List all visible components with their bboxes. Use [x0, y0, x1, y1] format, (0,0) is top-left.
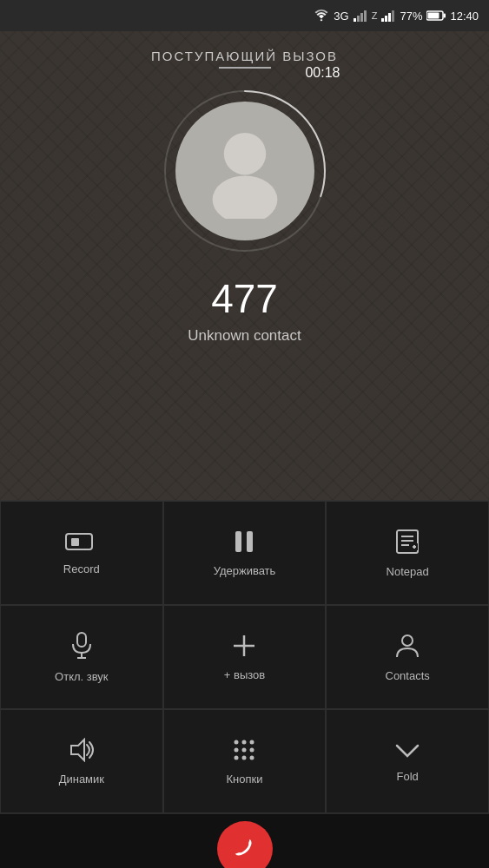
add-call-label: + вызов	[224, 668, 265, 681]
contacts-button[interactable]: Contacts	[326, 605, 489, 709]
speaker-icon	[68, 738, 96, 766]
end-call-button[interactable]	[217, 821, 273, 869]
svg-rect-10	[428, 13, 439, 19]
plus-icon	[232, 634, 256, 661]
contacts-label: Contacts	[386, 669, 430, 682]
svg-point-34	[242, 740, 247, 744]
svg-point-37	[242, 747, 247, 752]
mic-svg	[71, 632, 92, 660]
svg-rect-16	[71, 538, 79, 546]
pause-icon	[234, 529, 254, 557]
svg-point-31	[402, 635, 413, 646]
svg-rect-3	[364, 10, 367, 22]
svg-rect-1	[357, 16, 360, 22]
record-button[interactable]: Record	[0, 501, 163, 605]
signal-indicator: Z	[372, 10, 378, 21]
signal-bar-icon	[354, 10, 367, 22]
speaker-label: Динамик	[59, 773, 104, 786]
svg-point-14	[212, 176, 277, 220]
mute-label: Откл. звук	[55, 670, 108, 683]
notepad-button[interactable]: Notepad	[326, 501, 489, 605]
mute-button[interactable]: Откл. звук	[0, 605, 163, 709]
plus-svg	[232, 634, 256, 658]
caller-name: Unknown contact	[188, 327, 301, 345]
svg-point-36	[235, 747, 239, 752]
record-svg	[65, 531, 98, 552]
notepad-svg	[395, 529, 420, 555]
svg-rect-17	[235, 531, 241, 552]
svg-point-33	[235, 740, 239, 744]
keypad-icon	[232, 738, 256, 766]
button-grid: Record Удерживать Notepad	[0, 500, 489, 813]
timer-container: 00:18	[158, 84, 332, 258]
status-bar: 3G Z 77% 12:40	[0, 0, 489, 31]
call-area: ПОСТУПАЮЩИЙ ВЫЗОВ 00:18 477 Unknown cont…	[0, 31, 489, 500]
hold-button[interactable]: Удерживать	[163, 501, 327, 605]
keypad-svg	[232, 738, 256, 762]
svg-rect-18	[247, 531, 253, 552]
chevron-down-icon	[394, 740, 420, 763]
notepad-icon	[395, 529, 420, 558]
speaker-svg	[68, 738, 96, 762]
svg-rect-7	[392, 10, 394, 22]
svg-rect-2	[360, 13, 363, 22]
svg-rect-4	[381, 18, 384, 22]
chevron-svg	[394, 742, 420, 760]
svg-point-39	[235, 755, 239, 760]
contacts-icon	[395, 633, 420, 662]
mic-icon	[71, 632, 92, 663]
hold-label: Удерживать	[214, 564, 276, 577]
svg-point-40	[242, 755, 247, 760]
incoming-label: ПОСТУПАЮЩИЙ ВЫЗОВ	[151, 49, 338, 63]
wifi-icon	[314, 10, 329, 22]
svg-point-13	[223, 133, 265, 174]
end-call-bar	[0, 813, 489, 868]
svg-rect-9	[444, 14, 446, 18]
battery-pct: 77%	[400, 10, 422, 23]
svg-point-41	[250, 755, 254, 760]
notepad-label: Notepad	[387, 565, 429, 578]
battery-icon	[426, 10, 446, 21]
person-silhouette	[197, 123, 293, 219]
avatar	[175, 102, 314, 240]
signal-bar2-icon	[381, 10, 395, 22]
svg-marker-32	[71, 740, 84, 760]
fold-label: Fold	[397, 770, 419, 783]
end-call-icon	[231, 835, 259, 863]
pause-svg	[234, 529, 254, 554]
speaker-button[interactable]: Динамик	[0, 709, 163, 813]
add-call-button[interactable]: + вызов	[163, 605, 327, 709]
keypad-label: Кнопки	[227, 773, 263, 786]
call-timer: 00:18	[305, 65, 340, 81]
signal-3g: 3G	[334, 10, 348, 23]
record-icon	[65, 531, 98, 556]
svg-rect-6	[388, 13, 391, 22]
svg-rect-5	[385, 16, 387, 22]
svg-rect-26	[77, 633, 86, 647]
svg-rect-0	[354, 18, 356, 22]
record-label: Record	[63, 562, 100, 575]
keypad-button[interactable]: Кнопки	[163, 709, 327, 813]
status-icons: 3G Z 77% 12:40	[314, 10, 479, 23]
person-svg	[395, 633, 420, 659]
fold-button[interactable]: Fold	[326, 709, 489, 813]
incoming-underline	[219, 67, 271, 69]
svg-point-38	[250, 747, 254, 752]
svg-point-35	[250, 740, 254, 744]
clock: 12:40	[450, 10, 479, 23]
caller-number: 477	[211, 275, 278, 322]
